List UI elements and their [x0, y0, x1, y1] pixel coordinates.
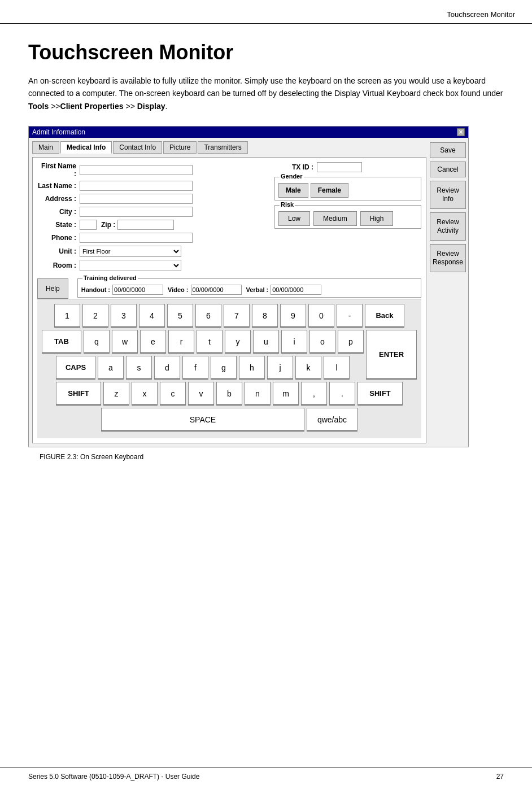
risk-buttons: Low Medium High: [278, 211, 417, 226]
form-fields-right: TX ID : Gender Male Female: [274, 162, 421, 274]
gender-buttons: Male Female: [278, 183, 417, 198]
last-name-label: Last Name :: [37, 182, 80, 190]
key-qweabc[interactable]: qwe/abc: [307, 408, 357, 431]
last-name-input[interactable]: [80, 181, 193, 191]
desc-bold1: Tools: [28, 102, 49, 111]
review-activity-button[interactable]: ReviewActivity: [430, 212, 466, 241]
key-u[interactable]: u: [253, 330, 279, 354]
verbal-label: Verbal :: [246, 286, 269, 293]
key-a[interactable]: a: [98, 356, 124, 380]
first-name-row: First Name :: [37, 162, 269, 178]
tab-picture[interactable]: Picture: [163, 141, 197, 154]
key-j[interactable]: j: [267, 356, 293, 380]
state-input[interactable]: [80, 220, 97, 230]
key-c[interactable]: c: [160, 382, 186, 406]
key-8[interactable]: 8: [252, 304, 278, 328]
unit-select[interactable]: First Floor: [80, 246, 181, 257]
key-o[interactable]: o: [309, 330, 335, 354]
txid-row: TX ID :: [274, 162, 421, 172]
high-button[interactable]: High: [360, 211, 394, 226]
video-input[interactable]: [191, 285, 242, 295]
city-input[interactable]: [80, 207, 193, 217]
key-p[interactable]: p: [338, 330, 364, 354]
key-tab[interactable]: TAB: [42, 330, 81, 354]
medium-button[interactable]: Medium: [313, 211, 357, 226]
key-v[interactable]: v: [188, 382, 214, 406]
key-f[interactable]: f: [182, 356, 208, 380]
zip-input[interactable]: [117, 220, 174, 230]
key-comma[interactable]: ,: [301, 382, 327, 406]
address-input[interactable]: [80, 194, 193, 204]
key-shift-right[interactable]: SHIFT: [357, 382, 403, 406]
first-name-input[interactable]: [80, 165, 193, 175]
tab-transmitters[interactable]: Transmitters: [198, 141, 247, 154]
key-z[interactable]: z: [103, 382, 129, 406]
male-button[interactable]: Male: [278, 183, 308, 198]
desc-text3: >>: [124, 102, 137, 111]
handout-input[interactable]: [112, 285, 163, 295]
key-d[interactable]: d: [154, 356, 180, 380]
key-shift-left[interactable]: SHIFT: [56, 382, 101, 406]
key-l[interactable]: l: [324, 356, 350, 380]
key-3[interactable]: 3: [111, 304, 137, 328]
key-6[interactable]: 6: [195, 304, 221, 328]
key-5[interactable]: 5: [167, 304, 193, 328]
key-n[interactable]: n: [245, 382, 271, 406]
key-7[interactable]: 7: [224, 304, 250, 328]
verbal-field: Verbal :: [246, 285, 322, 295]
key-0[interactable]: 0: [308, 304, 334, 328]
key-e[interactable]: e: [140, 330, 166, 354]
txid-input[interactable]: [317, 162, 362, 172]
key-back[interactable]: Back: [365, 304, 404, 328]
key-1[interactable]: 1: [54, 304, 80, 328]
key-q[interactable]: q: [84, 330, 110, 354]
key-period[interactable]: .: [329, 382, 355, 406]
keyboard-row-2: TAB q w e r t y u i o: [42, 330, 364, 354]
key-y[interactable]: y: [225, 330, 251, 354]
desc-bold2: Client Properties: [60, 102, 124, 111]
keyboard-rows-23: TAB q w e r t y u i o: [42, 330, 417, 380]
female-button[interactable]: Female: [311, 183, 348, 198]
key-s[interactable]: s: [126, 356, 152, 380]
key-w[interactable]: w: [112, 330, 138, 354]
key-i[interactable]: i: [281, 330, 307, 354]
review-response-button[interactable]: ReviewResponse: [430, 244, 466, 272]
address-label: Address :: [37, 195, 80, 203]
footer-left: Series 5.0 Software (0510-1059-A_DRAFT) …: [28, 773, 199, 781]
key-9[interactable]: 9: [280, 304, 306, 328]
review-info-button[interactable]: ReviewInfo: [430, 181, 466, 209]
key-h[interactable]: h: [239, 356, 265, 380]
verbal-input[interactable]: [271, 285, 321, 295]
help-button[interactable]: Help: [37, 278, 68, 299]
phone-input[interactable]: [80, 233, 193, 243]
tab-main[interactable]: Main: [32, 141, 59, 154]
key-2[interactable]: 2: [82, 304, 108, 328]
key-b[interactable]: b: [216, 382, 242, 406]
dialog-close-button[interactable]: ×: [457, 128, 465, 136]
low-button[interactable]: Low: [278, 211, 310, 226]
page-header: Touchscreen Monitor: [0, 0, 532, 24]
keyboard-row-3: CAPS a s d f g h j k l: [42, 356, 364, 380]
tab-contact-info[interactable]: Contact Info: [113, 141, 162, 154]
key-space[interactable]: SPACE: [101, 408, 304, 431]
key-g[interactable]: g: [211, 356, 237, 380]
phone-label: Phone :: [37, 234, 80, 242]
video-field: Video :: [168, 285, 241, 295]
key-r[interactable]: r: [168, 330, 194, 354]
key-k[interactable]: k: [295, 356, 321, 380]
risk-group: Risk Low Medium High: [274, 205, 421, 229]
key-caps[interactable]: CAPS: [56, 356, 95, 380]
save-button[interactable]: Save: [430, 142, 466, 158]
key-enter[interactable]: ENTER: [366, 330, 417, 380]
room-select[interactable]: [80, 260, 181, 271]
key-x[interactable]: x: [132, 382, 158, 406]
tab-medical-info[interactable]: Medical Info: [60, 141, 112, 154]
key-m[interactable]: m: [273, 382, 299, 406]
desc-text4: .: [165, 102, 168, 111]
cancel-button[interactable]: Cancel: [430, 162, 466, 177]
dialog-body: Main Medical Info Contact Info Picture T…: [29, 138, 468, 447]
risk-title: Risk: [280, 201, 295, 208]
key-dash[interactable]: -: [337, 304, 363, 328]
key-4[interactable]: 4: [139, 304, 165, 328]
key-t[interactable]: t: [197, 330, 223, 354]
